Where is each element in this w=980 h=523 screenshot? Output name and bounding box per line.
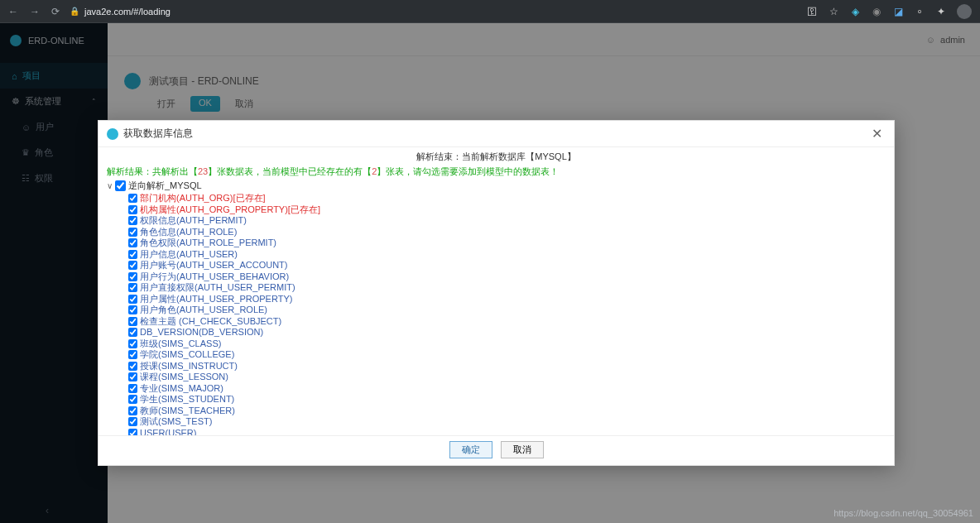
table-checkbox[interactable] [128, 194, 137, 203]
table-checkbox[interactable] [128, 372, 137, 381]
table-checkbox[interactable] [128, 339, 137, 348]
database-info-modal: 获取数据库信息 ✕ 解析结束：当前解析数据库【MYSQL】 解析结果：共解析出【… [98, 120, 895, 466]
star-icon[interactable]: ☆ [828, 6, 839, 17]
profile-avatar[interactable] [957, 4, 972, 19]
parse-hint: 解析结果：共解析出【23】张数据表，当前模型中已经存在的有【2】张表，请勾选需要… [107, 166, 886, 178]
modal-icon [107, 128, 118, 140]
browser-toolbar: ← → ⟳ 🔒 java2e.com/#/loading ⚿ ☆ ◈ ◉ ◪ ⚬… [0, 0, 980, 23]
table-row[interactable]: 权限信息(AUTH_PERMIT) [128, 215, 886, 227]
table-label: DB_VERSION(DB_VERSION) [140, 327, 263, 338]
table-checkbox[interactable] [128, 362, 137, 371]
table-row[interactable]: 用户信息(AUTH_USER) [128, 249, 886, 261]
table-checkbox[interactable] [128, 395, 137, 404]
back-icon[interactable]: ← [8, 6, 18, 17]
address-bar[interactable]: 🔒 java2e.com/#/loading [70, 7, 171, 17]
table-label: 专业(SIMS_MAJOR) [140, 383, 223, 395]
table-label: 用户角色(AUTH_USER_ROLE) [140, 305, 267, 316]
table-row[interactable]: 角色权限(AUTH_ROLE_PERMIT) [128, 238, 886, 249]
modal-footer: 确定 取消 [98, 435, 894, 465]
extensions-icon[interactable]: ✦ [935, 6, 947, 17]
table-label: 授课(SIMS_INSTRUCT) [140, 361, 238, 372]
table-checkbox[interactable] [128, 238, 137, 247]
table-label: 测试(SMS_TEST) [140, 416, 212, 428]
table-checkbox[interactable] [128, 317, 137, 326]
ext-icon-4[interactable]: ⚬ [914, 6, 925, 17]
table-checkbox[interactable] [128, 305, 137, 314]
table-checkbox[interactable] [128, 205, 137, 214]
table-row[interactable]: 授课(SIMS_INSTRUCT) [128, 361, 886, 372]
table-checkbox[interactable] [128, 228, 137, 237]
table-row[interactable]: 角色信息(AUTH_ROLE) [128, 227, 886, 238]
table-label: 角色信息(AUTH_ROLE) [140, 227, 237, 238]
tree-root[interactable]: ∨ 逆向解析_MYSQL [107, 180, 886, 192]
table-row[interactable]: 用户角色(AUTH_USER_ROLE) [128, 305, 886, 316]
table-checkbox[interactable] [128, 283, 137, 292]
modal-body: 解析结束：当前解析数据库【MYSQL】 解析结果：共解析出【23】张数据表，当前… [98, 147, 894, 435]
chevron-down-icon[interactable]: ∨ [107, 181, 113, 190]
parse-result: 解析结束：当前解析数据库【MYSQL】 [107, 151, 886, 163]
table-label: 检查主题 (CH_CHECK_SUBJECT) [140, 316, 281, 328]
table-label: 角色权限(AUTH_ROLE_PERMIT) [140, 238, 276, 249]
lock-icon: 🔒 [70, 7, 79, 16]
table-checkbox[interactable] [128, 250, 137, 259]
table-row[interactable]: 检查主题 (CH_CHECK_SUBJECT) [128, 316, 886, 328]
table-row[interactable]: 用户行为(AUTH_USER_BEHAVIOR) [128, 271, 886, 283]
table-checkbox[interactable] [128, 328, 137, 337]
table-label: 教师(SIMS_TEACHER) [140, 405, 235, 417]
table-label: 用户属性(AUTH_USER_PROPERTY) [140, 294, 292, 305]
table-label: 学生(SIMS_STUDENT) [140, 394, 234, 405]
table-label: 用户行为(AUTH_USER_BEHAVIOR) [140, 271, 289, 283]
table-row[interactable]: 专业(SIMS_MAJOR) [128, 383, 886, 395]
table-checkbox[interactable] [128, 429, 137, 435]
table-label: 班级(SIMS_CLASS) [140, 338, 221, 350]
table-row[interactable]: 机构属性(AUTH_ORG_PROPERTY)[已存在] [128, 204, 886, 216]
key-icon[interactable]: ⚿ [806, 6, 818, 17]
forward-icon[interactable]: → [30, 6, 40, 17]
ext-icon-2[interactable]: ◉ [871, 6, 882, 17]
table-row[interactable]: 测试(SMS_TEST) [128, 416, 886, 428]
table-label: 用户信息(AUTH_USER) [140, 249, 238, 261]
table-label: 机构属性(AUTH_ORG_PROPERTY)[已存在] [140, 204, 320, 216]
close-icon[interactable]: ✕ [868, 126, 886, 142]
table-checkbox[interactable] [128, 272, 137, 281]
modal-title: 获取数据库信息 [123, 127, 193, 141]
table-label: 部门机构(AUTH_ORG)[已存在] [140, 193, 266, 204]
table-row[interactable]: 用户账号(AUTH_USER_ACCOUNT) [128, 260, 886, 271]
ext-icon-1[interactable]: ◈ [849, 6, 861, 17]
ext-icon-3[interactable]: ◪ [892, 6, 904, 17]
cancel-button[interactable]: 取消 [501, 441, 544, 458]
table-row[interactable]: 班级(SIMS_CLASS) [128, 338, 886, 350]
table-label: 用户账号(AUTH_USER_ACCOUNT) [140, 260, 287, 271]
table-checkbox[interactable] [128, 417, 137, 426]
table-row[interactable]: 教师(SIMS_TEACHER) [128, 405, 886, 417]
table-checkbox[interactable] [128, 295, 137, 304]
table-row[interactable]: 学院(SIMS_COLLEGE) [128, 349, 886, 361]
table-label: 课程(SIMS_LESSON) [140, 372, 228, 383]
table-row[interactable]: USER(USER) [128, 428, 886, 436]
modal-header: 获取数据库信息 ✕ [98, 121, 894, 147]
table-label: USER(USER) [140, 428, 196, 436]
table-label: 学院(SIMS_COLLEGE) [140, 349, 234, 361]
table-row[interactable]: 部门机构(AUTH_ORG)[已存在] [128, 193, 886, 204]
table-checkbox[interactable] [128, 384, 137, 393]
table-row[interactable]: 用户属性(AUTH_USER_PROPERTY) [128, 294, 886, 305]
url-text: java2e.com/#/loading [84, 7, 171, 17]
table-row[interactable]: 用户直接权限(AUTH_USER_PERMIT) [128, 282, 886, 294]
table-row[interactable]: 课程(SIMS_LESSON) [128, 372, 886, 383]
root-label: 逆向解析_MYSQL [128, 180, 202, 192]
table-row[interactable]: DB_VERSION(DB_VERSION) [128, 327, 886, 338]
table-row[interactable]: 学生(SIMS_STUDENT) [128, 394, 886, 405]
ok-button[interactable]: 确定 [449, 441, 492, 458]
table-label: 用户直接权限(AUTH_USER_PERMIT) [140, 282, 295, 294]
reload-icon[interactable]: ⟳ [51, 6, 60, 17]
table-checkbox[interactable] [128, 406, 137, 415]
root-checkbox[interactable] [115, 180, 126, 191]
table-checkbox[interactable] [128, 350, 137, 359]
table-label: 权限信息(AUTH_PERMIT) [140, 215, 247, 227]
table-checkbox[interactable] [128, 261, 137, 270]
table-checkbox[interactable] [128, 216, 137, 225]
table-list: 部门机构(AUTH_ORG)[已存在]机构属性(AUTH_ORG_PROPERT… [107, 193, 886, 435]
watermark: https://blog.csdn.net/qq_30054961 [833, 508, 973, 518]
